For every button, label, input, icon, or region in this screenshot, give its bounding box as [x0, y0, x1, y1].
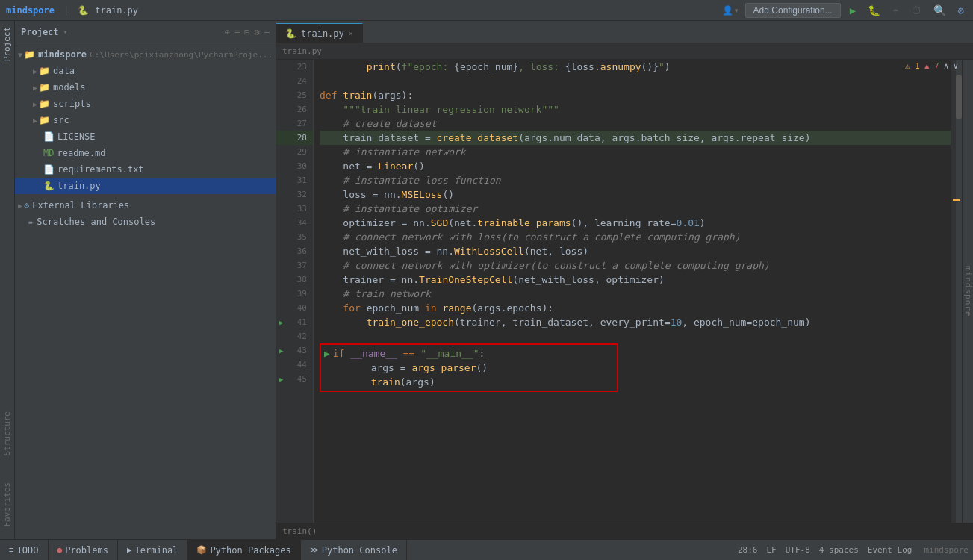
add-icon[interactable]: ⊕ [225, 27, 230, 37]
tree-requirements[interactable]: 📄 requirements.txt [15, 161, 276, 178]
line-31: 31 [276, 173, 313, 187]
code-line-35: # connect network with loss(to construct… [320, 230, 951, 244]
warning-scroll-marker [953, 199, 960, 201]
tab-trainpy[interactable]: 🐍 train.py ✕ [276, 23, 363, 43]
bottom-tab-console[interactable]: ≫ Python Console [301, 540, 407, 560]
scratch-label: Scratches and Consoles [37, 217, 155, 227]
main-layout: Project Structure Favorites Project ▾ ⊕ … [0, 21, 973, 539]
root-folder-icon: 📁 [24, 49, 35, 60]
models-expand-icon: ▶ [33, 84, 37, 92]
tab-label: train.py [301, 28, 344, 39]
structure-strip[interactable]: Structure [1, 405, 13, 462]
code-line-30: net = Linear() [320, 159, 951, 173]
scrollbar-thumb[interactable] [956, 75, 962, 119]
breadcrumb-text: train.py [282, 46, 322, 56]
search-icon[interactable]: 🔍 [930, 3, 949, 18]
tree-data[interactable]: ▶ 📁 data [15, 63, 276, 79]
coverage-icon[interactable]: ☂ [889, 3, 901, 18]
line-37: 37 [276, 258, 313, 273]
tree-models[interactable]: ▶ 📁 models [15, 79, 276, 96]
code-line-23: print(f"epoch: {epoch_num}, loss: {loss.… [320, 60, 951, 74]
line-38: 38 [276, 273, 313, 287]
left-strip: Project Structure Favorites [0, 21, 15, 539]
tree-trainpy[interactable]: 🐍 train.py [15, 178, 276, 194]
code-line-24 [320, 74, 951, 88]
add-config-button[interactable]: Add Configuration... [745, 3, 841, 18]
right-scrollbar[interactable] [951, 60, 962, 523]
trainpy-label: train.py [57, 181, 101, 191]
tree-readme[interactable]: MD readme.md [15, 145, 276, 161]
event-log[interactable]: Event Log [863, 540, 917, 560]
line-44: 44 [276, 358, 313, 372]
line-29: 29 [276, 145, 313, 159]
bottom-tab-terminal[interactable]: ▶ Terminal [118, 540, 187, 560]
tree-src[interactable]: ▶ 📁 src [15, 112, 276, 128]
problems-icon: ● [57, 545, 63, 555]
scripts-folder-icon: 📁 [39, 99, 50, 109]
file-tree: ▼ 📁 mindspore C:\Users\peixianzhong\Pych… [15, 43, 276, 539]
tab-icon: 🐍 [78, 5, 89, 16]
favorites-strip[interactable]: Favorites [1, 476, 13, 533]
tree-ext-libs[interactable]: ▶ ⚙ External Libraries [15, 197, 276, 214]
nav-up-icon[interactable]: ∧ [944, 61, 949, 71]
settings-icon[interactable]: ⚙ [955, 3, 967, 18]
scroll-icon[interactable]: ≡ [234, 27, 240, 37]
tree-scratches[interactable]: ✏ Scratches and Consoles [15, 214, 276, 230]
scrollbar-track[interactable] [956, 60, 962, 523]
settings-tree-icon[interactable]: ⚙ [255, 27, 260, 37]
line-30: 30 [276, 159, 313, 173]
bottom-tab-packages[interactable]: 📦 Python Packages [187, 540, 300, 560]
bottom-bar: ≡ TODO ● Problems ▶ Terminal 📦 Python Pa… [0, 539, 973, 560]
bottom-tab-todo[interactable]: ≡ TODO [0, 540, 49, 560]
line-23: 23 [276, 60, 313, 74]
extlib-label: External Libraries [32, 200, 129, 211]
models-folder-icon: 📁 [39, 82, 50, 93]
line-gutter: 23 24 25 26 27 28 29 30 31 32 33 34 35 3… [276, 60, 314, 523]
code-line-26: """train linear regression network""" [320, 102, 951, 116]
tree-root[interactable]: ▼ 📁 mindspore C:\Users\peixianzhong\Pych… [15, 46, 276, 63]
bottom-tab-problems[interactable]: ● Problems [49, 540, 118, 560]
code-line-42 [320, 329, 951, 343]
project-dropdown-icon[interactable]: ▾ [63, 28, 68, 36]
license-icon: 📄 [43, 131, 55, 142]
data-folder-icon: 📁 [39, 66, 50, 76]
run-icon[interactable]: ▶ [847, 3, 859, 18]
project-panel: Project ▾ ⊕ ≡ ⊟ ⚙ — ▼ 📁 mindspore C:\Use… [15, 21, 276, 539]
red-box: ▶if __name__ == "__main__": args = args_… [320, 343, 618, 392]
req-label: requirements.txt [57, 164, 144, 175]
todo-label: TODO [17, 545, 39, 556]
terminal-label: Terminal [135, 545, 178, 556]
line-42: 42 [276, 329, 313, 343]
status-indent[interactable]: 4 spaces [815, 540, 863, 560]
problems-label: Problems [65, 545, 108, 556]
readme-label: readme.md [57, 148, 105, 158]
function-breadcrumb: train() [276, 523, 973, 539]
nav-down-icon[interactable]: ∨ [953, 61, 958, 71]
project-strip[interactable]: Project [1, 21, 13, 67]
collapse-icon[interactable]: ⊟ [244, 27, 249, 37]
code-line-45: train(args) [324, 375, 614, 389]
tab-py-icon: 🐍 [285, 28, 296, 39]
status-lf[interactable]: LF [762, 540, 780, 560]
models-label: models [53, 82, 85, 93]
status-position[interactable]: 28:6 [733, 540, 762, 560]
status-project: mindspore [916, 540, 973, 560]
toolbar-right: 👤▾ Add Configuration... ▶ 🐛 ☂ ⏱ 🔍 ⚙ [722, 3, 967, 18]
scripts-expand-icon: ▶ [33, 100, 37, 108]
line-24: 24 [276, 74, 313, 88]
tree-scripts[interactable]: ▶ 📁 scripts [15, 96, 276, 112]
tab-close-icon[interactable]: ✕ [349, 29, 353, 37]
line-34: 34 [276, 216, 313, 230]
profile-icon[interactable]: ⏱ [908, 3, 924, 18]
debug-icon[interactable]: 🐛 [865, 3, 883, 18]
extlib-icon: ⚙ [24, 200, 29, 211]
line-41: 41 [276, 315, 313, 329]
app-logo: mindspore [6, 5, 55, 16]
tree-license[interactable]: 📄 LICENSE [15, 128, 276, 145]
code-editor[interactable]: print(f"epoch: {epoch_num}, loss: {loss.… [314, 60, 951, 523]
user-icon[interactable]: 👤▾ [722, 5, 739, 16]
status-encoding[interactable]: UTF-8 [781, 540, 815, 560]
minimize-panel-icon[interactable]: — [264, 27, 270, 37]
packages-icon: 📦 [196, 545, 207, 555]
code-line-28: train_dataset = create_dataset(args.num_… [320, 131, 951, 145]
